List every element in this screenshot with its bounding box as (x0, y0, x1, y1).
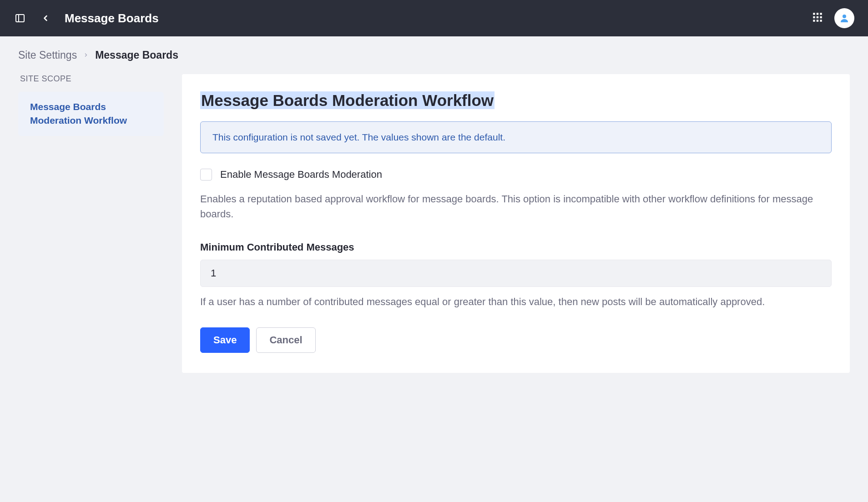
enable-moderation-label: Enable Message Boards Moderation (220, 169, 382, 181)
sidebar-heading: SITE SCOPE (18, 74, 164, 92)
enable-moderation-help: Enables a reputation based approval work… (200, 191, 832, 221)
min-messages-input[interactable] (200, 260, 832, 287)
cancel-button[interactable]: Cancel (256, 327, 315, 353)
layout: SITE SCOPE Message Boards Moderation Wor… (18, 74, 850, 373)
panel-title: Message Boards Moderation Workflow (200, 91, 495, 109)
topbar: Message Boards (0, 0, 868, 36)
sidebar-item-label: Message Boards Moderation Workflow (30, 101, 127, 126)
breadcrumb-parent[interactable]: Site Settings (18, 49, 77, 61)
page-title: Message Boards (65, 11, 159, 25)
settings-panel: Message Boards Moderation Workflow This … (182, 74, 850, 373)
breadcrumb-current: Message Boards (95, 49, 178, 61)
topbar-right (812, 8, 854, 28)
svg-rect-5 (813, 16, 815, 18)
save-button[interactable]: Save (200, 327, 250, 353)
svg-rect-4 (820, 13, 822, 15)
svg-rect-0 (16, 15, 24, 22)
content-area: Site Settings Message Boards SITE SCOPE … (0, 36, 868, 386)
back-icon[interactable] (39, 12, 52, 25)
button-row: Save Cancel (200, 327, 832, 353)
svg-rect-8 (813, 20, 815, 21)
svg-point-11 (843, 15, 846, 18)
svg-rect-2 (813, 13, 815, 15)
min-messages-label: Minimum Contributed Messages (200, 241, 832, 253)
breadcrumb: Site Settings Message Boards (18, 49, 850, 61)
sidebar-toggle-icon[interactable] (14, 12, 26, 25)
svg-rect-7 (820, 16, 822, 18)
svg-rect-9 (817, 20, 818, 21)
info-banner: This configuration is not saved yet. The… (200, 121, 832, 153)
enable-moderation-row: Enable Message Boards Moderation (200, 169, 832, 181)
topbar-left: Message Boards (14, 11, 159, 25)
sidebar: SITE SCOPE Message Boards Moderation Wor… (18, 74, 164, 136)
sidebar-item-moderation-workflow[interactable]: Message Boards Moderation Workflow (18, 92, 164, 136)
min-messages-help: If a user has a number of contributed me… (200, 294, 832, 309)
svg-rect-3 (817, 13, 818, 15)
svg-rect-10 (820, 20, 822, 21)
chevron-right-icon (83, 50, 89, 60)
enable-moderation-checkbox[interactable] (200, 169, 212, 181)
svg-rect-6 (817, 16, 818, 18)
user-avatar[interactable] (834, 8, 854, 28)
apps-grid-icon[interactable] (812, 11, 823, 25)
